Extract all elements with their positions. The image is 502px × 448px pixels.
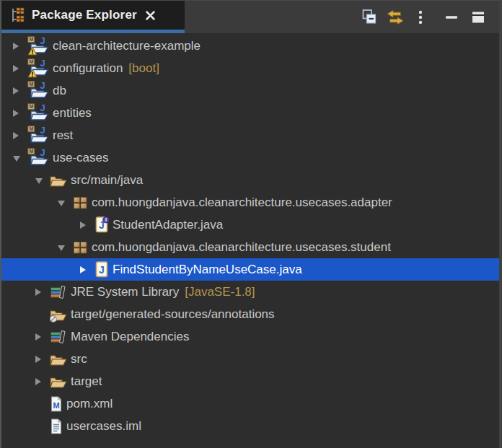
view-menu-icon	[417, 9, 424, 26]
java-file-icon: J	[94, 261, 109, 278]
tree-row-jre-system-library[interactable]: JRE System Library[JavaSE-1.8]	[1, 281, 499, 303]
view-toolbar	[185, 1, 499, 33]
package-explorer-panel: Package Explorer MJJclean-architecture-e…	[0, 0, 502, 448]
tree-row-use-cases[interactable]: MJJuse-cases	[1, 146, 499, 169]
project-tree: MJJclean-architecture-exampleMJJconfigur…	[1, 33, 499, 437]
collapse-arrow-icon[interactable]	[35, 356, 50, 363]
pom-file-icon: M	[50, 396, 63, 412]
maven-project-icon: MJJ	[27, 148, 49, 167]
expand-arrow-icon[interactable]	[58, 244, 72, 251]
collapse-arrow-icon[interactable]	[13, 87, 27, 95]
svg-text:M: M	[29, 37, 33, 42]
svg-text:J: J	[99, 264, 105, 276]
view-header: Package Explorer	[1, 1, 499, 33]
tree-item-label: db	[53, 84, 66, 98]
tree-item-label: use-cases	[53, 151, 108, 165]
tree-item-label: src/main/java	[71, 173, 143, 188]
tree-row-pom-xml[interactable]: Mpom.xml	[1, 392, 499, 415]
package-icon	[72, 195, 88, 211]
tree-row-entities[interactable]: MJJentities	[1, 102, 499, 124]
link-with-editor-button[interactable]	[385, 6, 405, 28]
tree-item-label: Maven Dependencies	[71, 330, 189, 344]
tree-item-label: FindStudentByNameUseCase.java	[113, 263, 302, 277]
tree-item-label: clean-architecture-example	[53, 39, 201, 53]
excluded-source-folder-icon	[50, 307, 67, 322]
text-file-icon	[50, 418, 63, 434]
link-with-editor-icon	[385, 9, 405, 26]
collapse-arrow-icon[interactable]	[13, 110, 27, 117]
tree-item-label: target	[71, 374, 102, 389]
tree-item-label: com.huongdanjava.cleanarchitecture.useca…	[92, 240, 391, 255]
close-icon[interactable]	[144, 9, 157, 22]
collapse-arrow-icon[interactable]	[13, 65, 27, 72]
tree-row-studentadapter-java[interactable]: JIStudentAdapter.java	[1, 214, 499, 236]
collapse-arrow-icon[interactable]	[80, 266, 94, 273]
tab-title: Package Explorer	[32, 8, 137, 22]
tree-row-maven-dependencies[interactable]: Maven Dependencies	[1, 325, 499, 348]
tree-row-target-generated-sources-annotations[interactable]: target/generated-sources/annotations	[1, 303, 499, 325]
tab-package-explorer[interactable]: Package Explorer	[1, 1, 185, 33]
collapse-arrow-icon[interactable]	[13, 132, 27, 139]
tree-item-label: configuration	[53, 61, 123, 76]
expand-arrow-icon[interactable]	[13, 154, 27, 162]
svg-text:M: M	[29, 149, 33, 154]
maven-project-icon: MJJ	[27, 103, 49, 123]
maven-project-warning-icon: MJJ	[27, 58, 49, 78]
tree-row-com-huongdanjava-cleanarchitecture-usecases-student[interactable]: com.huongdanjava.cleanarchitecture.useca…	[1, 236, 499, 258]
tree-item-label: pom.xml	[66, 397, 113, 411]
folder-icon	[50, 351, 67, 367]
view-menu-button[interactable]	[417, 6, 424, 28]
svg-text:J: J	[40, 36, 45, 46]
tree-item-label: usercases.iml	[66, 419, 141, 434]
expand-arrow-icon[interactable]	[35, 177, 50, 184]
svg-text:J: J	[40, 126, 45, 136]
collapse-all-button[interactable]	[360, 6, 379, 28]
tree-row-src-main-java[interactable]: src/main/java	[1, 169, 499, 191]
source-folder-icon	[50, 172, 67, 188]
svg-text:M: M	[29, 104, 33, 109]
tree-row-configuration[interactable]: MJJconfiguration[boot]	[1, 57, 499, 79]
maven-project-icon: MJJ	[27, 126, 49, 145]
svg-text:J: J	[40, 58, 45, 69]
collapse-arrow-icon[interactable]	[35, 378, 50, 385]
tree-item-label: entities	[53, 106, 92, 120]
tree-item-label: rest	[53, 128, 73, 143]
tree-row-usercases-iml[interactable]: usercases.iml	[1, 415, 499, 437]
tree-row-db[interactable]: MJJdb	[1, 79, 499, 102]
expand-arrow-icon[interactable]	[58, 199, 72, 206]
svg-text:I: I	[105, 217, 107, 222]
collapse-arrow-icon[interactable]	[35, 333, 50, 341]
svg-text:J: J	[40, 81, 45, 91]
tree-row-findstudentbynameusecase-java[interactable]: JFindStudentByNameUseCase.java	[1, 258, 499, 281]
collapse-arrow-icon[interactable]	[13, 43, 27, 50]
package-icon	[72, 240, 88, 255]
tree-item-label: target/generated-sources/annotations	[71, 307, 275, 322]
tree-item-decorator: [JavaSE-1.8]	[185, 285, 255, 299]
tree-item-label: StudentAdapter.java	[113, 218, 223, 232]
svg-text:J: J	[40, 148, 45, 158]
svg-text:M: M	[29, 82, 33, 87]
tree-row-target[interactable]: target	[1, 370, 499, 392]
folder-icon	[50, 374, 67, 390]
svg-text:M: M	[29, 59, 33, 64]
tree-row-clean-architecture-example[interactable]: MJJclean-architecture-example	[1, 35, 499, 57]
tree-row-com-huongdanjava-cleanarchitecture-usecases-adapter[interactable]: com.huongdanjava.cleanarchitecture.useca…	[1, 191, 499, 214]
library-icon	[50, 329, 67, 345]
maximize-icon	[469, 9, 488, 26]
tree-item-label: JRE System Library	[71, 285, 179, 299]
svg-text:M: M	[29, 126, 33, 131]
tree-row-src[interactable]: src	[1, 348, 499, 370]
minimize-button[interactable]	[442, 6, 461, 28]
tree-row-rest[interactable]: MJJrest	[1, 124, 499, 146]
collapse-arrow-icon[interactable]	[35, 289, 50, 296]
library-icon	[50, 284, 67, 300]
tree-item-label: com.huongdanjava.cleanarchitecture.useca…	[92, 196, 392, 210]
maximize-button[interactable]	[469, 6, 488, 28]
svg-text:J: J	[40, 103, 45, 113]
java-interface-file-icon: JI	[94, 216, 109, 233]
maven-project-icon: MJJ	[27, 81, 49, 100]
minimize-icon	[442, 9, 461, 26]
svg-text:M: M	[53, 400, 59, 409]
collapse-arrow-icon[interactable]	[80, 221, 94, 229]
maven-project-warning-icon: MJJ	[27, 36, 49, 56]
